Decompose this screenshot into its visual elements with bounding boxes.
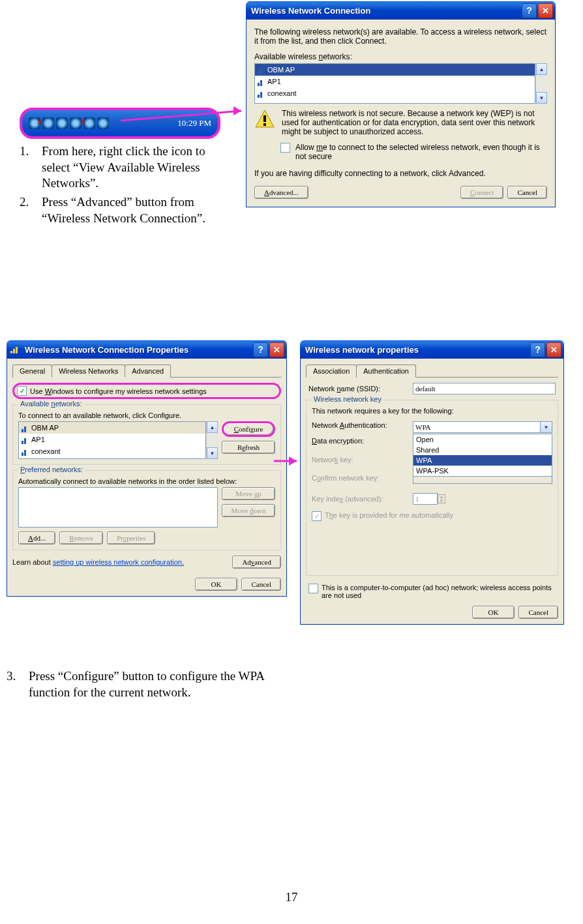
ok-button[interactable]: OK [472, 606, 515, 619]
tray-clock: 10:29 PM [177, 118, 211, 128]
adhoc-checkbox[interactable] [308, 584, 318, 593]
cancel-button[interactable]: Cancel [241, 578, 281, 591]
network-item[interactable]: AP1 [255, 76, 535, 87]
tab-authentication[interactable]: Authentication [356, 365, 416, 378]
svg-marker-1 [233, 106, 241, 115]
window-title: Wireless Network Connection Properties [22, 345, 252, 355]
network-item[interactable]: conexant [19, 445, 205, 457]
use-windows-checkbox[interactable]: ✓ [17, 386, 27, 396]
scroll-up-icon[interactable]: ▲ [536, 63, 547, 75]
network-item-selected[interactable]: OBM AP [255, 64, 535, 76]
titlebar[interactable]: Wireless network properties ? ✕ [300, 340, 564, 359]
key-index-label: Key index (advanced): [312, 495, 413, 503]
titlebar[interactable]: Wireless Network Connection Properties ?… [7, 340, 287, 359]
svg-rect-6 [263, 123, 266, 126]
step-2: 2.Press “Advanced” button from “Wireless… [20, 194, 209, 226]
scroll-down-icon[interactable]: ▼ [536, 92, 547, 104]
key-index-input [413, 493, 438, 505]
system-tray[interactable]: × × 10:29 PM [20, 108, 220, 139]
page-number: 17 [0, 890, 583, 904]
tab-wireless-networks[interactable]: Wireless Networks [52, 365, 125, 378]
titlebar[interactable]: Wireless Network Connection ? ✕ [246, 1, 556, 20]
auth-option[interactable]: Open [413, 434, 552, 445]
close-button[interactable]: ✕ [269, 342, 284, 357]
advanced-button[interactable]: Advanced... [254, 186, 308, 199]
disabled-x-icon: × [37, 115, 43, 129]
auth-option[interactable]: Shared [413, 445, 552, 455]
allow-checkbox[interactable] [280, 143, 290, 153]
warning-icon [254, 109, 275, 130]
available-label: Available wireless networks: [254, 52, 547, 61]
preferred-legend: Preferred networks: [18, 466, 85, 473]
signal-icon [258, 89, 265, 98]
network-key-label: Network key: [312, 456, 413, 464]
network-item[interactable]: conexant [255, 87, 535, 99]
tab-association[interactable]: Association [306, 365, 357, 378]
ok-button[interactable]: OK [195, 578, 238, 591]
auth-option[interactable]: WPA-PSK [413, 466, 552, 476]
tray-icon[interactable] [97, 117, 109, 129]
dropdown-icon[interactable]: ▼ [540, 421, 552, 433]
network-list[interactable]: OBM AP AP1 conexant [254, 63, 535, 104]
help-button[interactable]: ? [522, 3, 537, 18]
move-down-button[interactable]: Move down [222, 504, 275, 517]
properties-button[interactable]: Properties [107, 531, 156, 544]
available-hint: To connect to an available network, clic… [18, 411, 275, 419]
close-button[interactable]: ✕ [538, 3, 553, 18]
connect-button[interactable]: Connect [460, 186, 504, 199]
step-1: 1.From here, right click the icon to sel… [20, 143, 209, 192]
scroll-down-icon[interactable]: ▼ [207, 447, 218, 459]
help-button[interactable]: ? [530, 342, 545, 357]
disabled-x-icon: × [80, 115, 86, 129]
confirm-key-label: Confirm network key: [312, 474, 413, 482]
available-list[interactable]: OBM AP AP1 conexant [18, 421, 206, 459]
signal-icon [258, 77, 265, 86]
scrollbar[interactable]: ▲▼ [206, 421, 218, 459]
wireless-connection-dialog: Wireless Network Connection ? ✕ The foll… [246, 1, 556, 207]
close-button[interactable]: ✕ [546, 342, 561, 357]
help-button[interactable]: ? [253, 342, 268, 357]
cancel-button[interactable]: Cancel [518, 606, 558, 619]
wireless-key-group: Wireless network key This network requir… [306, 400, 558, 576]
auto-key-label: The key is provided for me automatically [325, 511, 453, 521]
ssid-input[interactable] [413, 383, 556, 395]
advanced-button[interactable]: Advanced [232, 556, 281, 569]
network-item[interactable]: OBM AP [19, 422, 205, 434]
move-up-button[interactable]: Move up [222, 487, 275, 500]
signal-icon [22, 447, 29, 456]
learn-link[interactable]: setting up wireless network configuratio… [53, 558, 184, 566]
scroll-up-icon[interactable]: ▲ [207, 421, 218, 433]
cancel-button[interactable]: Cancel [507, 186, 547, 199]
tab-general[interactable]: General [12, 365, 52, 378]
window-title: Wireless network properties [303, 345, 529, 355]
scrollbar[interactable]: ▲▼ [535, 63, 547, 104]
auth-dropdown-list[interactable]: Open Shared WPA WPA-PSK [413, 434, 552, 477]
warning-text: This wireless network is not secure. Bec… [282, 109, 547, 136]
svg-rect-7 [10, 351, 12, 353]
network-item[interactable]: AP1 [19, 434, 205, 445]
signal-icon [22, 435, 29, 444]
available-legend: Available networks: [18, 400, 84, 408]
tab-advanced[interactable]: Advanced [125, 365, 171, 378]
add-button[interactable]: Add... [18, 531, 55, 544]
key-hint: This network requires a key for the foll… [312, 407, 552, 415]
auth-select[interactable] [413, 421, 540, 433]
difficulty-text: If you are having difficulty connecting … [254, 169, 547, 178]
tray-icon[interactable] [42, 117, 54, 129]
auth-label: Network Authentication: [312, 421, 413, 429]
tabs: General Wireless Networks Advanced [12, 364, 281, 378]
wireless-icon [9, 344, 20, 355]
auto-key-checkbox: ✓ [312, 511, 321, 521]
preferred-hint: Automatically connect to available netwo… [18, 477, 275, 485]
preferred-list[interactable] [18, 487, 218, 528]
configure-button[interactable]: Configure [222, 421, 275, 437]
svg-marker-3 [289, 456, 297, 466]
connection-properties-dialog: Wireless Network Connection Properties ?… [7, 340, 287, 597]
tabs: Association Authentication [306, 364, 558, 378]
auth-option-selected[interactable]: WPA [413, 455, 552, 466]
tray-icon[interactable] [56, 117, 68, 129]
spinner-down-icon: ▼ [438, 499, 445, 503]
refresh-button[interactable]: Refresh [222, 441, 275, 454]
available-networks-group: Available networks: To connect to an ava… [12, 404, 281, 465]
remove-button[interactable]: Remove [59, 531, 103, 544]
